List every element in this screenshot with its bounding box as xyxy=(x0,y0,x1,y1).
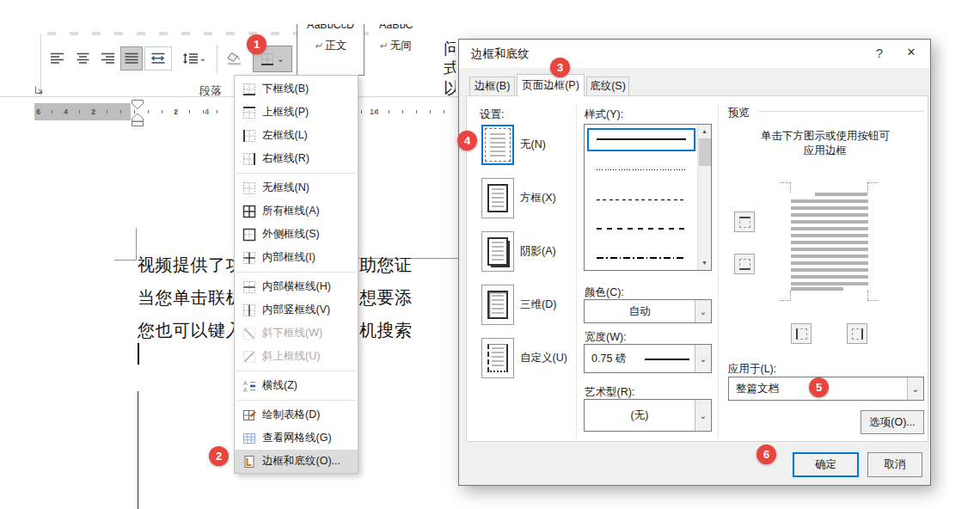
line-style-solid[interactable] xyxy=(587,128,695,151)
width-label: 宽度(W): xyxy=(585,330,627,345)
line-style-dash-dot[interactable] xyxy=(597,257,686,259)
options-button[interactable]: 选项(O)... xyxy=(861,410,924,434)
align-center-icon xyxy=(76,52,91,65)
ok-button[interactable]: 确定 xyxy=(793,452,859,477)
align-right-button[interactable] xyxy=(96,46,119,71)
setting-3d-label: 三维(D) xyxy=(520,297,556,312)
ruler-number: 2 xyxy=(91,107,95,116)
indent-markers[interactable] xyxy=(129,100,146,130)
chevron-down-icon[interactable]: ⌄ xyxy=(695,345,711,372)
setting-box-label: 方框(X) xyxy=(520,191,556,205)
page-thumbnail-icon xyxy=(487,131,508,159)
border-bottom-icon xyxy=(242,83,256,96)
line-style-list: ▲ ▼ xyxy=(584,124,712,271)
setting-3d-thumbnail[interactable] xyxy=(481,285,514,325)
document-text-line: 当您单击联机 xyxy=(138,286,243,310)
justify-button[interactable] xyxy=(120,46,143,71)
paragraph-mark-icon: ↵ xyxy=(315,40,322,51)
borders-and-shading-dialog: 边框和底纹 ? ✕ 边框(B) 页面边框(P) 底纹(S) 设置: 无(N) 方… xyxy=(458,39,931,486)
align-left-button[interactable] xyxy=(46,46,69,71)
tab-page-border[interactable]: 页面边框(P) xyxy=(517,74,585,96)
menu-item-top-border[interactable]: 上框线(P) xyxy=(235,101,358,124)
column-divider xyxy=(718,105,719,438)
setting-box-thumbnail[interactable] xyxy=(481,178,514,218)
preview-right-border-button[interactable] xyxy=(847,323,867,344)
ruler-number: 14 xyxy=(370,107,379,116)
borders-dropdown-menu: 下框线(B) 上框线(P) 左框线(L) 右框线(R) 无框线(N) 所有框线(… xyxy=(234,75,358,474)
style-name: 无间 xyxy=(390,40,412,52)
width-dropdown[interactable]: 0.75 磅 ⌄ xyxy=(584,344,712,373)
page-border-tab-panel: 设置: 无(N) 方框(X) 阴影(A) 三维(D) 自定义(U) 样式(Y):… xyxy=(466,95,928,442)
border-top-icon xyxy=(242,106,256,120)
menu-item-view-gridlines[interactable]: 查看网格线(G) xyxy=(235,426,358,450)
document-text-line: 机搜索 xyxy=(359,319,413,342)
style-gallery-normal[interactable]: AaBbCcD ↵ 正文 xyxy=(297,24,364,76)
style-preview-text: AaBbC xyxy=(379,24,458,31)
border-left-icon xyxy=(242,129,256,143)
line-style-dashed-large[interactable] xyxy=(597,228,686,230)
dialog-title-bar: 边框和底纹 ? ✕ xyxy=(459,40,930,68)
hanging-indent-marker[interactable] xyxy=(132,113,144,121)
line-spacing-button[interactable]: ⌄ xyxy=(177,46,211,71)
preview-corner-mark xyxy=(867,291,878,301)
menu-item-bottom-border[interactable]: 下框线(B) xyxy=(235,77,358,101)
help-button[interactable]: ? xyxy=(870,46,889,60)
setting-custom-thumbnail[interactable] xyxy=(481,338,514,378)
preview-top-border-button[interactable] xyxy=(734,212,755,232)
border-bottom-icon xyxy=(739,259,750,270)
setting-custom-label: 自定义(U) xyxy=(520,351,567,365)
align-center-button[interactable] xyxy=(72,46,95,71)
close-button[interactable]: ✕ xyxy=(900,46,922,58)
line-style-dashed-small[interactable] xyxy=(597,199,686,200)
chevron-down-icon[interactable]: ⌄ xyxy=(695,400,711,431)
scroll-down-icon[interactable]: ▼ xyxy=(698,256,711,270)
chevron-down-icon: ⌄ xyxy=(199,54,206,63)
line-style-dotted[interactable] xyxy=(597,169,686,170)
apply-to-label: 应用于(L): xyxy=(728,362,776,377)
border-bottom-icon xyxy=(260,52,274,66)
first-line-indent-marker[interactable] xyxy=(132,101,144,109)
chevron-down-icon[interactable]: ⌄ xyxy=(907,377,923,400)
style-list-scrollbar[interactable]: ▲ ▼ xyxy=(697,125,711,270)
scroll-up-icon[interactable]: ▲ xyxy=(698,125,711,138)
menu-item-no-border[interactable]: 无框线(N) xyxy=(235,176,358,199)
border-diagonal-down-icon xyxy=(242,327,256,340)
occluded-text-fragment: 问 xyxy=(444,38,456,57)
page-thumbnail-icon xyxy=(487,184,508,212)
style-name: 正文 xyxy=(325,40,346,52)
setting-none-label: 无(N) xyxy=(520,138,546,152)
menu-item-draw-table[interactable]: 绘制表格(D) xyxy=(235,403,358,426)
color-dropdown[interactable]: 自动 ⌄ xyxy=(584,299,712,323)
menu-item-outside-borders[interactable]: 外侧框线(S) xyxy=(235,223,358,246)
cancel-button[interactable]: 取消 xyxy=(867,452,922,477)
tab-shading[interactable]: 底纹(S) xyxy=(586,77,629,96)
style-preview-text: AaBbCcD xyxy=(297,24,364,31)
draw-table-icon xyxy=(242,408,256,422)
menu-item-borders-and-shading[interactable]: 边框和底纹(O)... xyxy=(235,450,358,473)
step-badge-4: 4 xyxy=(457,131,477,150)
align-left-icon xyxy=(50,52,65,65)
border-diagonal-up-icon xyxy=(242,350,256,364)
left-indent-marker[interactable] xyxy=(132,122,144,126)
menu-item-left-border[interactable]: 左框线(L) xyxy=(235,124,358,147)
menu-item-right-border[interactable]: 右框线(R) xyxy=(235,147,358,170)
preview-left-border-button[interactable] xyxy=(791,323,812,344)
shading-button[interactable] xyxy=(222,46,248,71)
scrollbar-thumb[interactable] xyxy=(699,138,711,166)
distribute-button[interactable] xyxy=(144,46,172,71)
word-app: ⌄ ⌄ 段落 AaBbCcD ↵ 正文 AaBbC ↵ 无间 6 4 2 2 4… xyxy=(0,0,980,509)
align-right-icon xyxy=(100,52,115,65)
chevron-down-icon[interactable]: ⌄ xyxy=(695,300,711,322)
setting-shadow-thumbnail[interactable] xyxy=(481,231,514,272)
art-dropdown[interactable]: (无) ⌄ xyxy=(584,399,712,432)
menu-item-all-borders[interactable]: 所有框线(A) xyxy=(235,199,358,223)
menu-item-inside-borders[interactable]: 内部框线(I) xyxy=(235,246,358,269)
menu-item-inside-vertical-border[interactable]: 内部竖框线(V) xyxy=(235,298,358,322)
preview-bottom-border-button[interactable] xyxy=(734,254,755,274)
menu-item-horizontal-line[interactable]: AA 横线(Z) xyxy=(235,374,358,397)
preview-text-bars xyxy=(791,199,868,285)
menu-item-inside-horizontal-border[interactable]: 内部横框线(H) xyxy=(235,275,358,298)
menu-separator xyxy=(236,173,356,174)
tab-borders[interactable]: 边框(B) xyxy=(469,77,515,96)
setting-none-thumbnail[interactable] xyxy=(481,125,514,165)
